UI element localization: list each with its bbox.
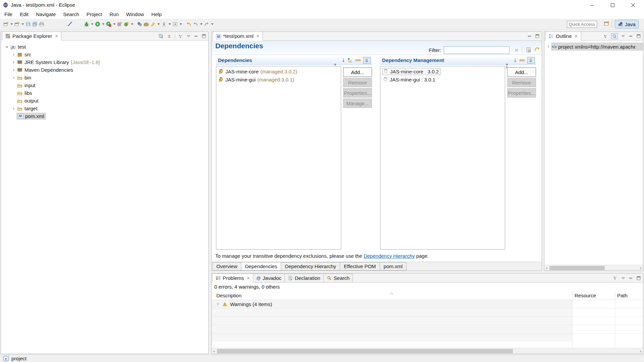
editor-tab-pom[interactable]: M *test/pom.xml ✕ (213, 32, 263, 41)
dependency-item[interactable]: JAS-mine-core (managed:3.0.2) (216, 67, 341, 75)
tab-search[interactable]: Search (324, 274, 353, 283)
maximize-view-icon[interactable] (636, 34, 641, 39)
tree-item-input[interactable]: input (1, 81, 208, 89)
tree-item-target[interactable]: target (1, 105, 208, 112)
debug-icon[interactable] (83, 21, 90, 27)
menu-help[interactable]: Help (148, 10, 165, 19)
tree-item-test[interactable]: test (1, 43, 208, 51)
dependency-management-remove-button[interactable]: Remove (507, 78, 536, 87)
close-icon[interactable]: ✕ (247, 276, 250, 281)
open-type-icon[interactable] (136, 21, 143, 27)
debug-dropdown-icon[interactable] (91, 21, 94, 27)
globe-star-icon[interactable] (123, 21, 130, 27)
close-window-button[interactable] (625, 0, 641, 10)
chevron-collapsed-icon[interactable] (11, 75, 16, 80)
forward-icon[interactable] (203, 21, 210, 27)
collapse-all-icon[interactable] (159, 34, 164, 39)
scrollbar-thumb[interactable] (217, 349, 513, 353)
scrollbar-thumb[interactable] (549, 266, 605, 270)
close-icon[interactable]: ✕ (55, 34, 58, 39)
back-dropdown-icon[interactable] (200, 21, 203, 27)
new-java-project-icon[interactable] (14, 21, 20, 27)
view-menu-icon[interactable] (178, 34, 183, 39)
previous-annotation-icon[interactable] (172, 21, 178, 27)
scroll-left-icon[interactable]: ‹ (212, 348, 216, 354)
dependency-management-list[interactable]: JAS-mine-core : 3.0.2 JAS-mine-gui : 3.0… (380, 66, 505, 250)
expand-hierarchy-icon[interactable] (527, 57, 535, 64)
chevron-collapsed-icon[interactable] (546, 44, 551, 49)
back-icon[interactable] (192, 21, 199, 27)
show-version-icon[interactable]: 000 (355, 59, 361, 62)
coverage-icon[interactable] (105, 21, 112, 27)
mark-occurrences-dropdown-icon[interactable] (157, 21, 160, 27)
minimize-view-icon[interactable] (194, 34, 199, 39)
minimize-view-icon[interactable] (527, 34, 532, 39)
tab-effective-pom[interactable]: Effective POM (340, 262, 380, 270)
scroll-left-icon[interactable]: ‹ (544, 265, 549, 271)
chevron-collapsed-icon[interactable] (11, 106, 16, 111)
scroll-right-icon[interactable]: › (638, 265, 643, 271)
maximize-window-button[interactable] (604, 0, 621, 10)
filter-input[interactable] (444, 46, 509, 54)
link-with-editor-icon[interactable] (167, 34, 172, 39)
tab-javadoc[interactable]: @ Javadoc (253, 274, 285, 283)
column-resource[interactable]: Resource (575, 293, 596, 298)
new-wizard-icon[interactable] (3, 21, 9, 27)
view-dropdown-icon[interactable] (621, 276, 626, 281)
menu-window[interactable]: Window (122, 10, 148, 19)
clear-filter-icon[interactable] (514, 48, 519, 53)
column-path[interactable]: Path (617, 293, 628, 298)
view-menu-icon[interactable] (613, 276, 618, 281)
sort-alphabetically-icon[interactable]: az (340, 58, 345, 63)
refresh-pom-icon[interactable] (534, 47, 540, 53)
chevron-collapsed-icon[interactable] (11, 67, 16, 73)
dependencies-list[interactable]: JAS-mine-core (managed:3.0.2) JAS-mine-g… (216, 66, 341, 250)
view-dropdown-icon[interactable] (621, 34, 626, 39)
chevron-collapsed-icon[interactable] (11, 52, 16, 57)
maximize-view-icon[interactable] (202, 34, 206, 39)
tab-dependencies[interactable]: Dependencies (241, 262, 281, 270)
menu-search[interactable]: Search (59, 10, 83, 19)
outline-item-project[interactable]: <> project xmlns=http://maven.apache.or (544, 43, 643, 51)
run-dropdown-icon[interactable] (102, 21, 105, 27)
dependencies-manage-button[interactable]: Manage... (343, 99, 372, 108)
dependency-item[interactable]: JAS-mine-gui (managed:3.0.1) (216, 75, 341, 83)
mark-occurrences-icon[interactable] (150, 21, 156, 27)
outline-horizontal-scrollbar[interactable]: ‹ › (544, 265, 643, 270)
save-all-icon[interactable] (32, 21, 38, 27)
menu-file[interactable]: File (1, 10, 16, 19)
next-annotation-icon[interactable] (161, 21, 167, 27)
new-java-project-dropdown-icon[interactable] (21, 21, 24, 27)
minimize-view-icon[interactable] (629, 276, 633, 281)
dependencies-properties-button[interactable]: Properties... (343, 88, 372, 98)
tab-problems[interactable]: Problems ✕ (212, 274, 253, 283)
run-icon[interactable] (94, 21, 101, 27)
tab-declaration[interactable]: Declaration (285, 274, 324, 283)
tree-item-libs[interactable]: libs (1, 89, 208, 97)
dependencies-remove-button[interactable]: Remove (343, 78, 372, 87)
menu-project[interactable]: Project (83, 10, 106, 19)
dependencies-add-button[interactable]: Add... (343, 67, 372, 77)
java-perspective-button[interactable]: Java (615, 20, 639, 28)
tree-item-output[interactable]: output (1, 97, 208, 105)
skip-all-breakpoints-icon[interactable] (66, 21, 73, 27)
new-wizard-dropdown-icon[interactable] (10, 21, 13, 27)
open-task-icon[interactable] (143, 21, 150, 27)
close-icon[interactable]: ✕ (256, 34, 260, 39)
chevron-expanded-icon[interactable] (4, 44, 10, 50)
tab-overview[interactable]: Overview (212, 262, 241, 270)
coverage-dropdown-icon[interactable] (113, 21, 116, 27)
effective-pom-icon[interactable] (526, 47, 531, 53)
package-explorer-tab[interactable]: Package Explorer ✕ (2, 32, 61, 41)
open-perspective-icon[interactable] (604, 21, 609, 26)
dependency-management-properties-button[interactable]: Properties... (507, 88, 536, 98)
quick-access-input[interactable] (567, 21, 597, 28)
forward-dropdown-icon[interactable] (211, 21, 214, 27)
menu-run[interactable]: Run (106, 10, 122, 19)
dependency-management-add-button[interactable]: Add... (507, 67, 536, 77)
outline-tab[interactable]: Outline ✕ (545, 32, 581, 41)
dependency-item-selected[interactable]: JAS-mine-core : 3.0.2 (380, 67, 505, 75)
maximize-view-icon[interactable] (535, 34, 540, 39)
tree-item-src[interactable]: src (1, 51, 208, 58)
minimize-window-button[interactable] (584, 0, 600, 10)
